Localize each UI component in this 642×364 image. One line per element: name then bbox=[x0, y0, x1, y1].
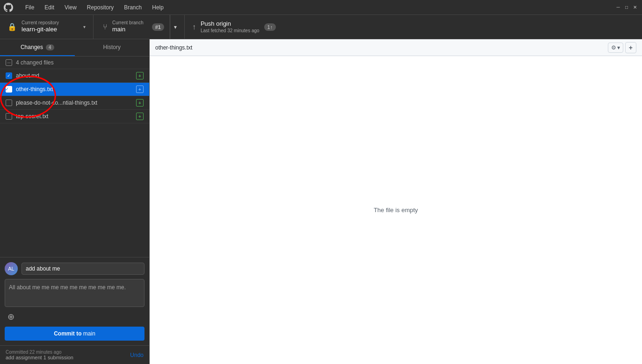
last-commit-text: Committed 22 minutes ago add assignment … bbox=[6, 350, 73, 360]
branch-icon: ⑂ bbox=[103, 23, 108, 31]
file-status-other-things: + bbox=[136, 86, 144, 93]
file-name-please-do-not: please-do-not-co...ntial-things.txt bbox=[16, 100, 132, 106]
repo-name: learn-git-alee bbox=[22, 26, 59, 34]
toolbar: 🔒 Current repository learn-git-alee ▾ ⑂ … bbox=[0, 15, 642, 39]
changes-tab-badge: 4 bbox=[46, 44, 54, 50]
file-name-about: about.md bbox=[16, 72, 132, 79]
branch-label: Current branch bbox=[112, 20, 144, 26]
sidebar: Changes 4 History ─ 4 changed files abou… bbox=[0, 39, 150, 364]
main-layout: Changes 4 History ─ 4 changed files abou… bbox=[0, 39, 642, 364]
push-sublabel: Last fetched 32 minutes ago bbox=[201, 28, 260, 34]
title-bar: File Edit View Repository Branch Help ─ … bbox=[0, 0, 642, 15]
branch-section: ⑂ Current branch main #1 ▾ bbox=[94, 15, 185, 39]
repo-chevron-icon: ▾ bbox=[83, 24, 86, 29]
empty-text: The file is empty bbox=[374, 207, 418, 214]
empty-content-message: The file is empty bbox=[150, 56, 642, 364]
commit-input-row: AL bbox=[5, 262, 144, 275]
menu-help[interactable]: Help bbox=[147, 2, 168, 13]
content-header: other-things.txt ⚙ ▾ + bbox=[150, 39, 642, 56]
close-button[interactable]: ✕ bbox=[632, 4, 638, 11]
file-name-top-secret: top-secret.txt bbox=[16, 113, 132, 120]
maximize-button[interactable]: □ bbox=[623, 4, 630, 11]
branch-name: main bbox=[112, 26, 144, 34]
undo-button[interactable]: Undo bbox=[130, 352, 144, 358]
title-bar-left: File Edit View Repository Branch Help bbox=[4, 2, 168, 13]
content-actions: ⚙ ▾ + bbox=[608, 42, 636, 53]
content-filename: other-things.txt bbox=[155, 44, 192, 51]
branch-dropdown-button[interactable]: ▾ bbox=[170, 15, 180, 39]
commit-btn-branch: main bbox=[83, 330, 95, 337]
commit-title-input[interactable] bbox=[22, 263, 144, 275]
menu-repository[interactable]: Repository bbox=[82, 2, 118, 13]
file-status-top-secret: + bbox=[136, 113, 144, 120]
minimize-button[interactable]: ─ bbox=[615, 4, 621, 11]
file-item-other-things[interactable]: ✓ other-things.txt + bbox=[0, 83, 149, 96]
tab-history[interactable]: History bbox=[75, 39, 150, 56]
current-repo-section[interactable]: 🔒 Current repository learn-git-alee ▾ bbox=[0, 15, 94, 39]
file-checkbox-about[interactable] bbox=[6, 72, 12, 79]
settings-chevron-icon: ▾ bbox=[617, 44, 620, 51]
file-status-please-do-not: + bbox=[136, 99, 144, 107]
push-label: Push origin bbox=[201, 20, 260, 28]
commit-actions: ⊕ bbox=[5, 311, 144, 323]
file-checkbox-other-things[interactable]: ✓ bbox=[6, 86, 12, 93]
last-commit-bar: Committed 22 minutes ago add assignment … bbox=[0, 345, 149, 364]
file-list-header: ─ 4 changed files bbox=[0, 57, 149, 69]
settings-button[interactable]: ⚙ ▾ bbox=[608, 43, 623, 53]
menu-view[interactable]: View bbox=[60, 2, 81, 13]
file-name-other-things: other-things.txt bbox=[16, 86, 132, 93]
add-coauthor-button[interactable]: ⊕ bbox=[5, 311, 17, 323]
menu-bar: File Edit View Repository Branch Help bbox=[21, 2, 168, 13]
commit-button[interactable]: Commit to main bbox=[5, 327, 144, 341]
file-item-about[interactable]: about.md + bbox=[0, 69, 149, 83]
add-button[interactable]: + bbox=[625, 42, 636, 53]
file-status-about: + bbox=[136, 72, 144, 79]
gear-icon: ⚙ bbox=[611, 44, 616, 51]
last-commit-message: add assignment 1 submission bbox=[6, 355, 73, 360]
repo-label: Current repository bbox=[22, 20, 59, 26]
file-item-top-secret[interactable]: top-secret.txt + bbox=[0, 110, 149, 123]
avatar: AL bbox=[5, 262, 18, 275]
lock-icon: 🔒 bbox=[7, 22, 17, 31]
push-icon: ↑ bbox=[192, 23, 196, 31]
history-tab-label: History bbox=[103, 44, 121, 50]
file-checkbox-please-do-not[interactable] bbox=[6, 100, 12, 106]
commit-section: AL All about me me me me me me me me me … bbox=[0, 257, 149, 345]
file-checkbox-top-secret[interactable] bbox=[6, 113, 12, 120]
last-commit-label: Committed 22 minutes ago bbox=[6, 350, 73, 355]
github-logo-icon bbox=[4, 3, 13, 12]
content-area: other-things.txt ⚙ ▾ + The file is empty bbox=[150, 39, 642, 364]
repo-text: Current repository learn-git-alee bbox=[22, 20, 59, 34]
avatar-image: AL bbox=[5, 262, 18, 275]
branch-button[interactable]: ⑂ Current branch main #1 bbox=[97, 15, 170, 39]
dropdown-chevron-icon: ▾ bbox=[174, 24, 177, 30]
menu-edit[interactable]: Edit bbox=[40, 2, 59, 13]
branch-badge: #1 bbox=[152, 23, 164, 31]
commit-description-field[interactable]: All about me me me me me me me me me me. bbox=[5, 279, 144, 307]
push-count-badge: 1↑ bbox=[264, 23, 276, 31]
branch-text: Current branch main bbox=[112, 20, 144, 34]
menu-branch[interactable]: Branch bbox=[119, 2, 146, 13]
push-origin-section[interactable]: ↑ Push origin Last fetched 32 minutes ag… bbox=[185, 15, 288, 39]
changes-tab-label: Changes bbox=[21, 44, 43, 50]
commit-btn-text: Commit to bbox=[54, 330, 83, 337]
tab-bar: Changes 4 History bbox=[0, 39, 149, 57]
changed-files-count: 4 changed files bbox=[16, 59, 54, 66]
select-all-checkbox[interactable]: ─ bbox=[6, 59, 12, 66]
menu-file[interactable]: File bbox=[21, 2, 39, 13]
tab-changes[interactable]: Changes 4 bbox=[0, 39, 75, 56]
file-item-please-do-not[interactable]: please-do-not-co...ntial-things.txt + bbox=[0, 96, 149, 110]
push-text: Push origin Last fetched 32 minutes ago bbox=[201, 20, 260, 34]
window-controls: ─ □ ✕ bbox=[615, 4, 638, 11]
